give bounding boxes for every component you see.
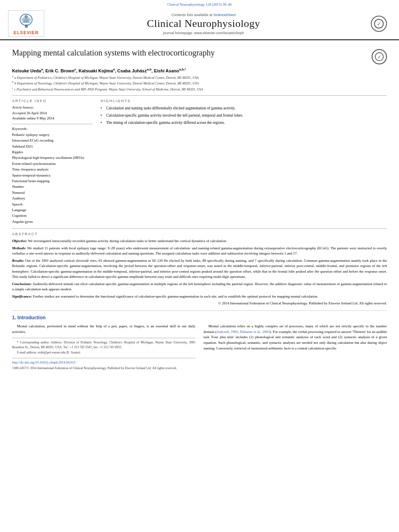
copyright-footer: 1388-2457/© 2014 International Federatio… <box>12 366 195 371</box>
svg-text:✓: ✓ <box>377 21 381 27</box>
divider <box>12 124 93 124</box>
but-also-text: but also <box>355 341 366 345</box>
article-info-column: ARTICLE INFO Article history: Accepted 2… <box>12 99 93 224</box>
keyword-6: Event-related synchronization <box>12 161 93 166</box>
doi-section: http://dx.doi.org/10.1016/j.clinph.2014.… <box>12 358 195 371</box>
highlights-list: Calculation and naming tasks differentia… <box>101 105 387 126</box>
introduction-title: 1. Introduction <box>12 315 387 320</box>
journal-citation: Clinical Neurophysiology 126 (2015) 39–4… <box>167 2 232 6</box>
keyword-10: Number <box>12 184 93 189</box>
keyword-9: Functional brain mapping <box>12 178 93 184</box>
highlight-1: Calculation and naming tasks differentia… <box>101 105 387 111</box>
highlight-3: The timing of calculation-specific gamma… <box>101 120 387 125</box>
abstract-label: ABSTRACT <box>12 232 387 236</box>
journal-header: ELSEVIER Contents lists available at Sci… <box>0 7 399 40</box>
highlights-label: HIGHLIGHTS <box>101 99 387 103</box>
abstract-methods: Methods: We studied 11 patients with foc… <box>12 246 387 257</box>
keyword-4: Ripples <box>12 149 93 155</box>
highlight-2: Calculation-specific gamma activity invo… <box>101 113 387 118</box>
svg-point-2 <box>25 15 28 18</box>
abstract-copyright: © 2014 International Federation of Clini… <box>12 301 387 306</box>
results-label: Results: <box>12 259 24 263</box>
doi-link-1[interactable]: http://dx.doi.org/10.1016/j.clinph.2014.… <box>12 360 195 365</box>
contents-available-line: Contents lists available at ScienceDirec… <box>48 13 359 17</box>
abstract-text: Objective: We investigated intracraniall… <box>12 238 387 306</box>
abstract-significance: Significance: Further studies are warran… <box>12 294 387 300</box>
article-title-section: Mapping mental calculation systems with … <box>12 44 387 64</box>
elsevier-logo: ELSEVIER <box>8 10 44 37</box>
objective-label: Objective: <box>12 239 27 243</box>
article-info-highlights-section: ARTICLE INFO Article history: Accepted 2… <box>12 95 387 224</box>
author-eishi: Eishi Asano <box>154 68 179 73</box>
header-right: ✓ <box>359 16 387 32</box>
introduction-section: 1. Introduction Mental calculation, perf… <box>12 315 387 371</box>
crossmark-article-icon[interactable]: ✓ <box>372 49 387 64</box>
journal-header-center: Contents lists available at ScienceDirec… <box>48 13 359 35</box>
journal-title: Clinical Neurophysiology <box>48 18 359 30</box>
section-separator <box>12 310 387 311</box>
keywords-list: Pediatric epilepsy surgery Intracranial … <box>12 132 93 224</box>
keyword-12: Auditory <box>12 195 93 201</box>
elsevier-tree-icon <box>15 12 37 29</box>
highlights-column: HIGHLIGHTS Calculation and naming tasks … <box>101 99 387 224</box>
conclusions-text: Auditorily-delivered stimuli can elicit … <box>12 282 387 292</box>
significance-text: Further studies are warranted to determi… <box>33 294 318 298</box>
keyword-1: Pediatric epilepsy surgery <box>12 132 93 138</box>
keyword-11: Numeral <box>12 190 93 195</box>
objective-text: We investigated intracranially-recorded … <box>28 239 227 243</box>
keyword-7: Time–frequency analysis <box>12 166 93 172</box>
results-text: Out of the 1001 analyzed cortical electr… <box>12 259 387 279</box>
article-info-label: ARTICLE INFO <box>12 99 93 103</box>
abstract-conclusions: Conclusions: Auditorily-delivered stimul… <box>12 281 387 292</box>
journal-citation-bar: Clinical Neurophysiology 126 (2015) 39–4… <box>0 0 399 7</box>
author-csaba: Csaba Juhász <box>117 68 147 73</box>
introduction-text: Mental calculation, performed in mind wi… <box>12 324 387 371</box>
intro-right-col: Mental calculation relies on a highly co… <box>204 324 387 371</box>
journal-homepage: journal homepage: www.elsevier.com/locat… <box>48 31 359 35</box>
affiliation-b: b b Department of Neurology, Children's … <box>12 80 387 86</box>
intro-left-col: Mental calculation, performed in mind wi… <box>12 324 195 371</box>
significance-label: Significance: <box>12 294 32 298</box>
available-date: Available online 9 May 2014 <box>12 116 93 121</box>
crossmark-icon[interactable]: ✓ <box>371 16 387 32</box>
keyword-2: Intracranial ECoG recording <box>12 138 93 143</box>
author-katsuaki: Katsuaki Kojima <box>78 68 113 73</box>
keyword-16: Angular gyrus <box>12 219 93 224</box>
affiliation-c: c c Psychiatry and Behavioral Neuroscien… <box>12 86 387 92</box>
keyword-8: Spatio-temporal-dynamics <box>12 173 93 178</box>
intro-left-para: Mental calculation, performed in mind wi… <box>12 324 195 335</box>
main-content: Mapping mental calculation systems with … <box>0 40 399 379</box>
accepted-date: Accepted 26 April 2014 <box>12 111 93 116</box>
keyword-14: Language <box>12 207 93 213</box>
page: Clinical Neurophysiology 126 (2015) 39–4… <box>0 0 399 532</box>
keywords-label: Keywords: <box>12 127 93 131</box>
keyword-15: Cognition <box>12 213 93 218</box>
affiliation-a: a a Department of Pediatrics, Children's… <box>12 75 387 80</box>
intro-right-para: Mental calculation relies on a highly co… <box>204 324 387 352</box>
author-keisuke: Keisuke Ueda <box>12 68 41 73</box>
article-history-label: Article history: <box>12 105 93 109</box>
keyword-13: Speech <box>12 201 93 207</box>
abstract-results: Results: Out of the 1001 analyzed cortic… <box>12 258 387 280</box>
article-title: Mapping mental calculation systems with … <box>12 47 368 58</box>
methods-text: We studied 11 patients with focal epilep… <box>12 246 387 256</box>
abstract-objective: Objective: We investigated intracraniall… <box>12 238 387 244</box>
keyword-5: Physiological high-frequency oscillation… <box>12 155 93 160</box>
keyword-3: Subdural EEG <box>12 144 93 149</box>
corresponding-author-note: * Corresponding author. Address: Divisio… <box>12 340 195 349</box>
sciencedirect-link[interactable]: ScienceDirect <box>214 13 236 17</box>
authors-line: Keisuke Uedaa, Erik C. Brownc, Katsuaki … <box>12 68 387 73</box>
abstract-section: ABSTRACT Objective: We investigated intr… <box>12 228 387 306</box>
affiliations: a a Department of Pediatrics, Children's… <box>12 75 387 92</box>
email-note: E-mail address: eishi@pet.wayne.edu (E. … <box>12 350 195 355</box>
svg-text:✓: ✓ <box>377 54 381 60</box>
ref-ashcraft[interactable]: Ashcraft, 1992; Dehaene et al., 2003 <box>216 330 269 334</box>
conclusions-label: Conclusions: <box>12 282 32 286</box>
article-history-dates: Accepted 26 April 2014 Available online … <box>12 111 93 121</box>
elsevier-brand-text: ELSEVIER <box>14 30 39 35</box>
author-erik: Erik C. Brown <box>45 68 74 73</box>
methods-label: Methods: <box>12 246 26 250</box>
footnote-box: * Corresponding author. Address: Divisio… <box>12 338 195 355</box>
